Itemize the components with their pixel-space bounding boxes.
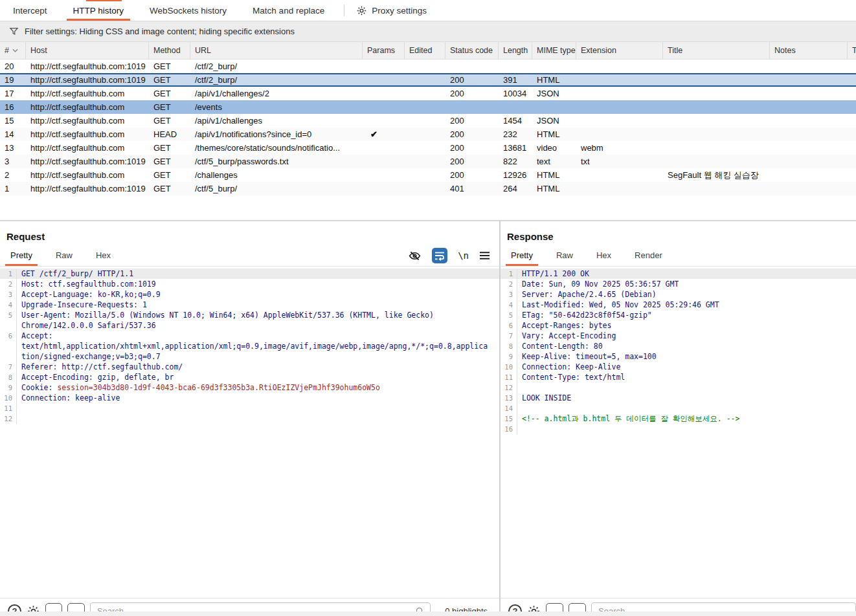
column-header-extension[interactable]: Extension bbox=[576, 42, 663, 59]
table-row[interactable]: 15http://ctf.segfaulthub.comGET/api/v1/c… bbox=[0, 114, 856, 127]
cell-notes bbox=[770, 100, 848, 114]
table-row[interactable]: 20http://ctf.segfaulthub.com:1019GET/ctf… bbox=[0, 60, 856, 73]
code-line: 8Content-Length: 80 bbox=[501, 341, 856, 351]
proxy-settings-button[interactable]: Proxy settings bbox=[351, 0, 432, 21]
response-panel: Response Pretty Raw Hex Render 1HTTP/1.1… bbox=[501, 221, 856, 616]
code-line: 3Accept-Language: ko-KR,ko;q=0.9 bbox=[0, 289, 499, 300]
line-content: Server: Apache/2.4.65 (Debian) bbox=[517, 289, 657, 300]
cell-host: http://ctf.segfaulthub.com:1019 bbox=[26, 155, 149, 168]
cell-edited bbox=[405, 74, 445, 85]
table-row[interactable]: 19http://ctf.segfaulthub.com:1019GET/ctf… bbox=[0, 73, 856, 87]
line-number: 1 bbox=[501, 269, 517, 279]
column-header-url[interactable]: URL bbox=[190, 42, 363, 59]
column-header-params[interactable]: Params bbox=[363, 42, 405, 59]
line-content: Referer: http://ctf.segfaulthub.com/ bbox=[17, 362, 183, 372]
cell-title bbox=[663, 127, 770, 141]
show-newlines-toggle[interactable]: \n bbox=[458, 250, 469, 261]
cell-notes bbox=[770, 127, 848, 141]
line-number: 5 bbox=[0, 310, 17, 320]
request-tab-hex[interactable]: Hex bbox=[92, 250, 115, 266]
line-number: 4 bbox=[501, 300, 517, 310]
hide-read-only-eye-slash-icon[interactable] bbox=[408, 249, 422, 263]
cell-num: 15 bbox=[0, 114, 26, 127]
line-content: Accept-Language: ko-KR,ko;q=0.9 bbox=[17, 289, 161, 300]
message-editor-panels: Request Pretty Raw Hex bbox=[0, 221, 856, 616]
line-content bbox=[17, 413, 21, 424]
request-tab-pretty[interactable]: Pretty bbox=[6, 250, 36, 266]
request-title: Request bbox=[0, 221, 499, 247]
column-label: Status code bbox=[450, 46, 493, 55]
table-row[interactable]: 14http://ctf.segfaulthub.comHEAD/api/v1/… bbox=[0, 127, 856, 141]
cell-title bbox=[663, 114, 770, 127]
line-content: tion/signed-exchange;v=b3;q=0.7 bbox=[17, 351, 161, 362]
line-content: Accept: bbox=[17, 331, 52, 341]
word-wrap-toggle-icon[interactable] bbox=[432, 248, 447, 263]
cell-ext bbox=[576, 114, 663, 127]
tab-match-and-replace[interactable]: Match and replace bbox=[249, 0, 328, 21]
response-editor[interactable]: 1HTTP/1.1 200 OK2Date: Sun, 09 Nov 2025 … bbox=[501, 267, 856, 598]
response-tab-hex[interactable]: Hex bbox=[592, 250, 615, 266]
window-bottom-edge bbox=[0, 611, 856, 616]
response-tab-raw[interactable]: Raw bbox=[552, 250, 577, 266]
column-header-status-code[interactable]: Status code bbox=[445, 42, 499, 59]
column-header-method[interactable]: Method bbox=[149, 42, 190, 59]
column-header-notes[interactable]: Notes bbox=[770, 42, 848, 59]
response-tab-render[interactable]: Render bbox=[631, 250, 666, 266]
cell-host: http://ctf.segfaulthub.com:1019 bbox=[26, 182, 149, 195]
code-line: 7Vary: Accept-Encoding bbox=[501, 331, 856, 341]
cell-mime: text bbox=[532, 155, 576, 168]
http-history-table[interactable]: 20http://ctf.segfaulthub.com:1019GET/ctf… bbox=[0, 60, 856, 208]
table-row[interactable]: 3http://ctf.segfaulthub.com:1019GET/ctf/… bbox=[0, 155, 856, 168]
code-line: 7Referer: http://ctf.segfaulthub.com/ bbox=[0, 362, 499, 372]
cell-length bbox=[499, 60, 532, 73]
column-header-title[interactable]: Title bbox=[663, 42, 770, 59]
cell-status bbox=[445, 100, 499, 114]
line-number bbox=[0, 341, 17, 351]
table-row[interactable]: 16http://ctf.segfaulthub.comGET/events bbox=[0, 100, 856, 114]
tab-http-history[interactable]: HTTP history bbox=[69, 0, 128, 21]
editor-menu-icon[interactable] bbox=[479, 251, 490, 260]
table-row[interactable]: 13http://ctf.segfaulthub.comGET/themes/c… bbox=[0, 141, 856, 155]
line-content: User-Agent: Mozilla/5.0 (Windows NT 10.0… bbox=[17, 310, 434, 320]
code-line: 9Cookie: session=304b3d80-1d9f-4043-bca6… bbox=[0, 382, 499, 393]
table-row[interactable]: 1http://ctf.segfaulthub.com:1019GET/ctf/… bbox=[0, 182, 856, 195]
code-line: 4Last-Modified: Wed, 05 Nov 2025 05:29:4… bbox=[501, 300, 856, 310]
cell-t bbox=[848, 114, 856, 127]
response-tab-pretty[interactable]: Pretty bbox=[507, 250, 537, 266]
cell-t bbox=[848, 168, 856, 182]
cell-params bbox=[363, 168, 405, 182]
code-line: 16 bbox=[501, 424, 856, 434]
line-number bbox=[0, 351, 17, 362]
cell-t bbox=[848, 60, 856, 73]
line-number: 14 bbox=[501, 403, 517, 413]
request-editor[interactable]: 1GET /ctf/2_burp/ HTTP/1.12Host: ctf.seg… bbox=[0, 267, 499, 598]
tab-intercept[interactable]: Intercept bbox=[9, 0, 51, 21]
tab-websockets-history[interactable]: WebSockets history bbox=[146, 0, 231, 21]
code-line: tion/signed-exchange;v=b3;q=0.7 bbox=[0, 351, 499, 362]
column-label: Length bbox=[503, 46, 528, 55]
column-header-host[interactable]: Host bbox=[26, 42, 149, 59]
column-label: # bbox=[5, 46, 9, 55]
table-row[interactable]: 17http://ctf.segfaulthub.comGET/api/v1/c… bbox=[0, 87, 856, 100]
column-header-edited[interactable]: Edited bbox=[405, 42, 445, 59]
cell-mime: HTML bbox=[532, 127, 576, 141]
line-number: 6 bbox=[501, 320, 517, 331]
column-header-time[interactable]: T bbox=[848, 42, 856, 59]
cell-edited bbox=[405, 87, 445, 100]
cell-edited bbox=[405, 155, 445, 168]
cell-status: 200 bbox=[445, 155, 499, 168]
column-header-number[interactable]: # bbox=[0, 42, 26, 59]
filter-settings-bar[interactable]: Filter settings: Hiding CSS and image co… bbox=[0, 21, 856, 42]
request-tab-raw[interactable]: Raw bbox=[52, 250, 76, 266]
cell-url: /ctf/5_burp/passwords.txt bbox=[190, 155, 363, 168]
cell-url: /api/v1/notifications?since_id=0 bbox=[190, 127, 363, 141]
code-line: 11 bbox=[0, 403, 499, 413]
column-header-length[interactable]: Length bbox=[499, 42, 532, 59]
line-content: <!-- a.html과 b.html 두 데이터를 잘 확인해보세요. --> bbox=[517, 413, 739, 424]
cell-mime: HTML bbox=[532, 182, 576, 195]
column-header-mime-type[interactable]: MIME type bbox=[532, 42, 576, 59]
table-row[interactable]: 2http://ctf.segfaulthub.comGET/challenge… bbox=[0, 168, 856, 182]
cell-params bbox=[363, 74, 405, 85]
cell-url: /ctf/2_burp/ bbox=[190, 74, 363, 85]
code-line: 13LOOK INSIDE bbox=[501, 393, 856, 403]
